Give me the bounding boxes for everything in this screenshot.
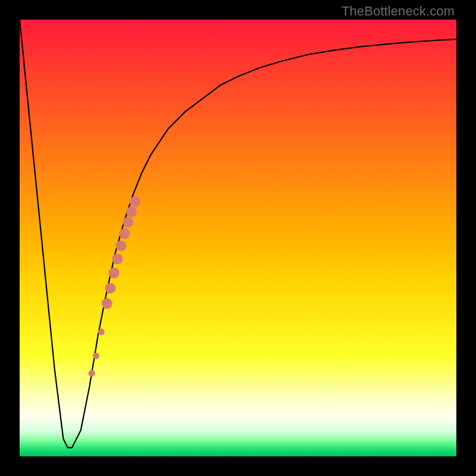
highlight-dot [109, 268, 120, 278]
highlight-dot [126, 206, 137, 217]
highlight-dot [102, 298, 112, 309]
highlight-dot [98, 328, 105, 335]
plot-area [20, 20, 456, 456]
highlight-dot [93, 353, 99, 359]
watermark-text: TheBottleneck.com [342, 4, 455, 19]
highlight-dot [112, 253, 123, 264]
chart-svg [20, 20, 456, 456]
highlight-dot [115, 240, 126, 251]
highlight-dot [130, 196, 140, 207]
highlight-dot [89, 370, 95, 377]
bottleneck-curve [20, 20, 456, 447]
highlight-dot [123, 217, 133, 228]
chart-frame: TheBottleneck.com [0, 0, 476, 476]
highlight-dot [105, 283, 116, 293]
highlight-dot [119, 228, 130, 239]
